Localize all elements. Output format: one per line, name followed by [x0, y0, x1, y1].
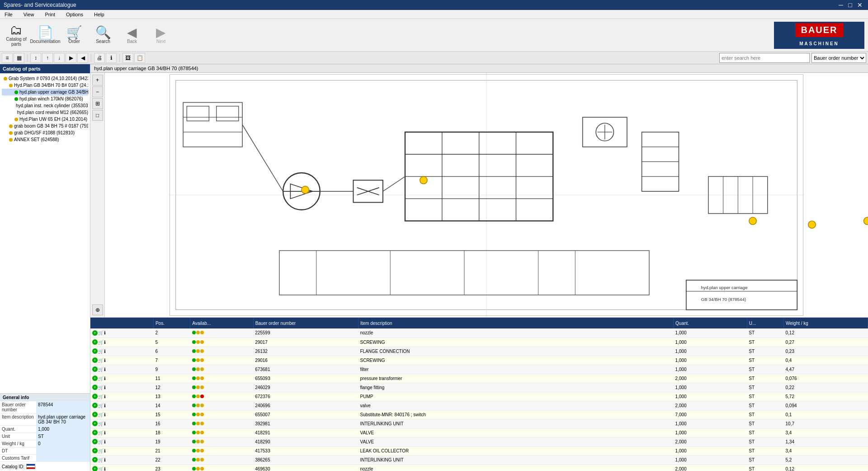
menu-options[interactable]: Options [63, 11, 86, 18]
add-icon[interactable]: + [92, 439, 98, 444]
close-button[interactable]: ✕ [855, 1, 864, 9]
search-button[interactable]: 🔍 Search [90, 21, 116, 50]
add-icon[interactable]: + [92, 376, 98, 381]
add-icon[interactable]: + [92, 366, 98, 372]
avail-dot-2 [196, 358, 200, 362]
cart-icon[interactable]: 🛒 [98, 330, 104, 335]
sec-btn-list[interactable]: ▦ [14, 53, 24, 63]
parts-scroll[interactable]: Pos. Availab... Bauer order number Item … [90, 318, 868, 471]
tree-item[interactable]: grab boom GB 34 BH 75 # 0187 (759481) [2, 123, 88, 129]
search-input[interactable] [719, 53, 810, 63]
add-icon[interactable]: + [92, 357, 98, 363]
add-icon[interactable]: + [92, 448, 98, 453]
diagram-area[interactable]: hyd.plan upper carriage GB 34/BH 70 (878… [105, 73, 868, 317]
back-button[interactable]: ◀ Back [119, 21, 145, 50]
sec-btn-grid[interactable]: ≡ [2, 53, 13, 63]
tree-item[interactable]: Hyd.Plan UW 65 EH (24.10.2014) (69225) [2, 116, 88, 123]
next-button[interactable]: ▶ Next [148, 21, 174, 50]
cart-icon[interactable]: 🛒 [98, 358, 104, 363]
add-icon[interactable]: + [92, 466, 98, 471]
tree-item[interactable]: grab DHG/SF #1088 (912810) [2, 129, 88, 136]
menu-help[interactable]: Help [91, 11, 107, 18]
order-button[interactable]: 🛒 Order [61, 21, 87, 50]
main-area: Catalog of parts Grab System # 0793 (24.… [0, 64, 868, 471]
cart-icon[interactable]: 🛒 [98, 385, 104, 390]
add-icon[interactable]: + [92, 430, 98, 435]
add-icon[interactable]: + [92, 385, 98, 390]
menu-view[interactable]: View [21, 11, 37, 18]
tree-item[interactable]: ANNEX SET (624588) [2, 136, 88, 143]
sec-btn-table[interactable]: 📋 [134, 53, 145, 63]
tree-item[interactable]: hyd.plan winch 170kN (862076) [2, 95, 88, 102]
info-icon[interactable]: ℹ [104, 403, 106, 408]
info-icon[interactable]: ℹ [104, 385, 106, 390]
info-icon[interactable]: ℹ [104, 394, 106, 399]
add-icon[interactable]: + [92, 403, 98, 408]
add-icon[interactable]: + [92, 421, 98, 426]
menu-file[interactable]: File [2, 11, 15, 18]
svg-point-44 [864, 217, 868, 224]
cart-icon[interactable]: 🛒 [98, 430, 104, 435]
tree-item[interactable]: Grab System # 0793 (24.10.2014) (942321) [2, 75, 88, 82]
sec-btn-up[interactable]: ↑ [42, 53, 53, 63]
sec-btn-backward[interactable]: ◀ [77, 53, 88, 63]
sec-btn-print[interactable]: 🖨 [94, 53, 105, 63]
info-icon[interactable]: ℹ [104, 367, 106, 372]
cart-icon[interactable]: 🛒 [98, 448, 104, 453]
info-icon[interactable]: ℹ [104, 330, 106, 335]
sec-btn-info[interactable]: ℹ [106, 53, 117, 63]
minimize-button[interactable]: ─ [837, 1, 845, 9]
info-icon[interactable]: ℹ [104, 448, 106, 453]
info-icon[interactable]: ℹ [104, 457, 106, 462]
table-row: + 🛒 ℹ 13 672376PUMP1,000ST5,72 [90, 392, 868, 401]
cart-icon[interactable]: 🛒 [98, 457, 104, 462]
add-icon[interactable]: + [92, 330, 98, 336]
zoom-in-button[interactable]: + [92, 75, 103, 86]
row-weight: 5,2 [784, 455, 868, 464]
cart-icon[interactable]: 🛒 [98, 466, 104, 471]
info-icon[interactable]: ℹ [104, 430, 106, 435]
add-icon[interactable]: + [92, 412, 98, 417]
cart-icon[interactable]: 🛒 [98, 394, 104, 399]
info-icon[interactable]: ℹ [104, 439, 106, 444]
cart-icon[interactable]: 🛒 [98, 349, 104, 354]
tree-item[interactable]: hyd.plan inst. neck cylinder (355303) [2, 102, 88, 109]
info-icon[interactable]: ℹ [104, 358, 106, 363]
info-icon[interactable]: ℹ [104, 349, 106, 354]
cart-icon[interactable]: 🛒 [98, 412, 104, 417]
add-icon[interactable]: + [92, 348, 98, 354]
catalog-of-parts-button[interactable]: 🗂 Catalog of parts [4, 21, 29, 50]
nav-button[interactable]: ⊕ [92, 304, 103, 315]
tree-item[interactable]: hyd.plan upper carriage GB 34/BH 70 ( [2, 89, 88, 95]
restore-button[interactable]: □ [846, 1, 854, 9]
fit-button[interactable]: ⊞ [92, 98, 103, 109]
add-icon[interactable]: + [92, 457, 98, 462]
info-icon[interactable]: ℹ [104, 340, 106, 345]
sec-btn-image[interactable]: 🖼 [123, 53, 133, 63]
cart-icon[interactable]: 🛒 [98, 403, 104, 408]
sec-btn-forward[interactable]: ▶ [66, 53, 76, 63]
add-icon[interactable]: + [92, 394, 98, 399]
col-order: Bauer order number [253, 318, 358, 328]
info-icon[interactable]: ℹ [104, 412, 106, 417]
menu-print[interactable]: Print [42, 11, 58, 18]
sec-btn-expand[interactable]: ↕ [30, 53, 41, 63]
tree-item[interactable]: hyd.plan cord rewind M12 (662665) [2, 109, 88, 116]
cart-icon[interactable]: 🛒 [98, 367, 104, 372]
add-icon[interactable]: + [92, 339, 98, 345]
info-icon[interactable]: ℹ [104, 421, 106, 426]
tree-area[interactable]: Grab System # 0793 (24.10.2014) (942321)… [0, 73, 90, 393]
view-button[interactable]: □ [92, 110, 103, 121]
tree-item[interactable]: Hyd.Plan GB 34/BH 70 B# 0187 (24.10.2014 [2, 82, 88, 89]
cart-icon[interactable]: 🛒 [98, 340, 104, 345]
avail-dot-2 [196, 367, 200, 371]
info-icon[interactable]: ℹ [104, 466, 106, 471]
info-icon[interactable]: ℹ [104, 376, 106, 381]
cart-icon[interactable]: 🛒 [98, 439, 104, 444]
zoom-out-button[interactable]: − [92, 86, 103, 97]
cart-icon[interactable]: 🛒 [98, 421, 104, 426]
search-dropdown[interactable]: Bauer order number Item description Posi… [811, 53, 866, 63]
documentation-button[interactable]: 📄 Documentation [33, 21, 58, 50]
sec-btn-down[interactable]: ↓ [54, 53, 65, 63]
cart-icon[interactable]: 🛒 [98, 376, 104, 381]
